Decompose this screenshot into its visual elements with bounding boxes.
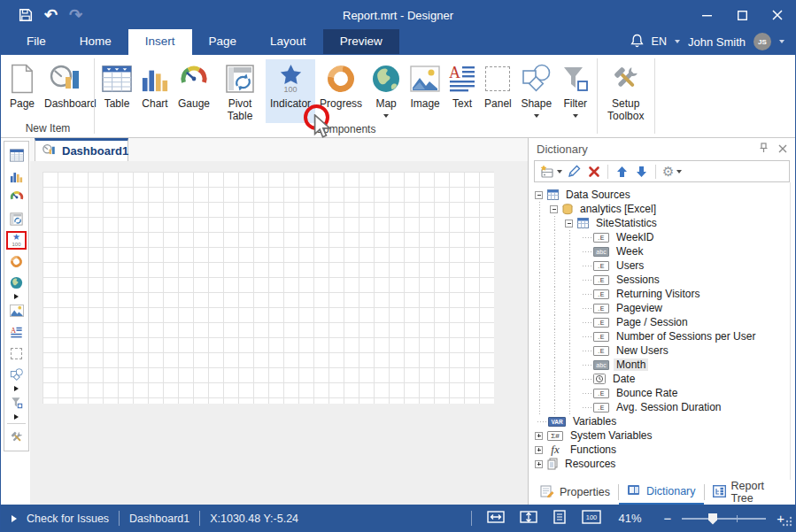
rail-progress-icon[interactable] [4,251,28,272]
tree-field-month[interactable]: abcMonth [533,358,790,372]
tree-field-sessions-per-user[interactable]: .ENumber of Sessions per User [533,329,790,343]
zoom-slider-thumb[interactable] [708,513,717,525]
tree-field-users[interactable]: .EUsers [533,258,790,273]
tab-page[interactable]: Page [192,29,254,54]
tab-layout[interactable]: Layout [253,29,323,54]
map-button[interactable]: Map [367,59,406,123]
new-item-caret-icon[interactable] [557,170,562,173]
undo-icon[interactable]: ↶ [44,7,58,23]
tree-item-resources[interactable]: Resources [533,457,790,471]
shape-button[interactable]: Shape [516,59,557,123]
rail-filter-icon[interactable] [4,392,28,413]
rail-chart-icon[interactable] [4,166,28,187]
pivot-table-button[interactable]: Pivot Table [214,59,266,123]
user-menu-caret-icon[interactable] [779,40,784,43]
rail-setup-toolbox-icon[interactable] [4,427,28,448]
tab-home[interactable]: Home [63,29,128,54]
rail-gauge-icon[interactable] [4,187,28,208]
map-dropdown-caret-icon[interactable] [383,114,389,118]
text-button[interactable]: A Text [444,59,480,123]
statusbar-page-name[interactable]: Dashboard1 [129,513,189,525]
image-button[interactable]: Image [406,59,444,123]
rail-map-flyout-arrow-icon[interactable] [4,293,28,300]
rail-text-icon[interactable]: A [4,321,28,343]
check-for-issues-button[interactable]: Check for Issues [27,513,109,525]
gauge-button[interactable]: Gauge [174,59,214,123]
user-name[interactable]: John Smith [688,35,746,49]
tree-field-pageview[interactable]: .EPageview [533,301,790,315]
rail-shape-flyout-arrow-icon[interactable] [4,385,28,392]
tree-item-system-variables[interactable]: Σ#System Variables [533,428,790,443]
tree-field-page-session[interactable]: .EPage / Session [533,315,790,329]
rail-pivot-table-icon[interactable] [4,208,28,229]
panel-button[interactable]: Panel [480,59,516,123]
rail-shape-icon[interactable] [4,364,28,385]
tab-file[interactable]: File [10,29,63,54]
tree-item-functions[interactable]: fxFunctions [533,443,790,457]
close-button[interactable] [760,1,795,29]
notifications-bell-icon[interactable] [630,34,644,50]
language-caret-icon[interactable] [675,40,680,43]
setup-toolbox-button[interactable]: Setup Toolbox [600,59,652,123]
run-check-icon[interactable] [12,515,17,522]
rail-filter-flyout-arrow-icon[interactable] [4,413,28,420]
panel-close-icon[interactable] [778,143,787,156]
rail-image-icon[interactable] [4,300,28,321]
filter-button[interactable]: Filter [557,59,594,123]
rail-map-icon[interactable] [4,272,28,293]
tree-field-avg-session-duration[interactable]: .EAvg. Session Duration [533,400,790,414]
rail-table-icon[interactable] [4,144,28,166]
expand-icon[interactable] [535,432,543,440]
pin-icon[interactable] [759,143,769,156]
fit-page-width-icon[interactable] [487,510,505,527]
zoom-100-icon[interactable]: 100 [582,510,601,527]
page-button[interactable]: Page [4,59,40,122]
tree-item-sitestatistics[interactable]: SiteStatistics [533,216,790,230]
expand-icon[interactable] [535,460,543,468]
tree-item-variables[interactable]: VARVariables [533,414,790,428]
new-item-button[interactable] [537,162,564,181]
minimize-button[interactable] [689,1,724,29]
tree-item-data-sources[interactable]: Data Sources [533,188,790,202]
expand-icon[interactable] [535,446,543,454]
collapse-icon[interactable] [535,191,543,199]
page-view-icon[interactable] [553,510,567,527]
tree-field-bounce-rate[interactable]: .EBounce Rate [533,386,790,400]
zoom-out-button[interactable]: − [663,512,671,525]
dashboard-button[interactable]: Dashboard [40,59,91,122]
tree-field-week[interactable]: abcWeek [533,244,790,258]
tree-field-returning-visitors[interactable]: .EReturning Visitors [533,287,790,301]
table-button[interactable]: Table [97,59,136,123]
settings-caret-icon[interactable] [676,170,682,173]
tree-field-date[interactable]: Date [533,372,790,386]
user-avatar[interactable]: JS [753,33,771,50]
move-up-button[interactable] [613,162,631,181]
tree-field-new-users[interactable]: .ENew Users [533,343,790,358]
maximize-button[interactable] [724,1,760,29]
collapse-icon[interactable] [565,220,573,227]
tab-dashboard1[interactable]: Dashboard1 [35,138,128,161]
tab-report-tree[interactable]: Report Tree [705,480,796,505]
resize-grip-icon[interactable] [781,515,793,530]
rail-panel-icon[interactable] [4,343,28,364]
rail-indicator-icon-selected[interactable]: ★ 100 [4,229,28,251]
settings-gear-button[interactable]: ⚙ [661,162,684,181]
language-selector[interactable]: EN [652,35,667,48]
filter-dropdown-caret-icon[interactable] [573,114,578,118]
tab-insert[interactable]: Insert [128,29,192,55]
tree-field-weekid[interactable]: .EWeekID [533,230,790,244]
tree-item-analytics[interactable]: analytics [Excel] [533,202,790,216]
chart-button[interactable]: Chart [136,59,174,123]
zoom-slider-track[interactable] [682,518,766,520]
shape-dropdown-caret-icon[interactable] [534,114,539,118]
tab-dictionary[interactable]: Dictionary [619,480,704,505]
move-down-button[interactable] [632,162,651,181]
collapse-icon[interactable] [550,205,558,213]
dashboard-design-surface[interactable] [43,172,494,404]
save-icon[interactable] [19,8,33,22]
tree-field-sessions[interactable]: .ESessions [533,273,790,287]
redo-icon[interactable]: ↷ [69,7,82,23]
delete-button[interactable] [584,162,603,181]
tab-properties[interactable]: Properties [532,480,618,505]
tab-preview[interactable]: Preview [323,29,399,54]
